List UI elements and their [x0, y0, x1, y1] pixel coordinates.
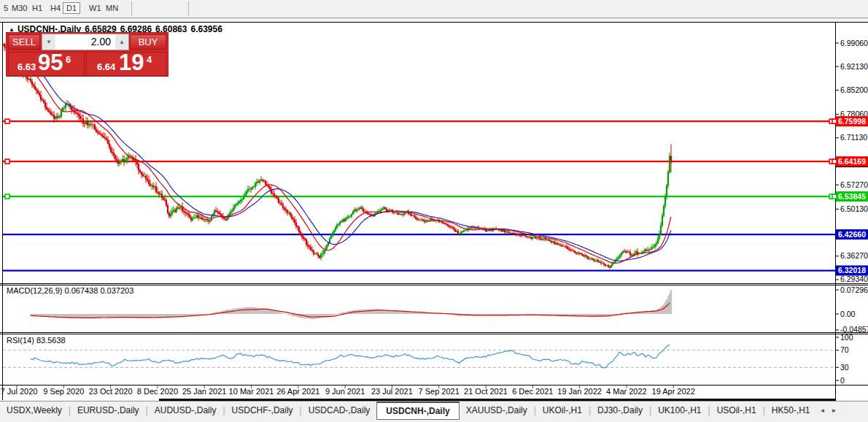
trading-app-window: 5M30H1H4D1W1MN 6.990606.921306.852006.78… [0, 0, 868, 422]
tab-scroll-right-icon[interactable]: ► [828, 402, 840, 420]
toolbar-separator [131, 1, 132, 15]
svg-text:6.75998: 6.75998 [838, 117, 866, 126]
svg-text:23 Oct 2020: 23 Oct 2020 [89, 387, 133, 396]
svg-text:70: 70 [840, 345, 849, 354]
tab-ukoil-h1[interactable]: UKOil-,H1 [536, 402, 589, 418]
svg-text:30: 30 [840, 363, 849, 372]
svg-text:0: 0 [840, 376, 845, 385]
tf-button-h1[interactable]: H1 [30, 2, 44, 14]
buy-price-big: 19 [119, 50, 144, 76]
svg-text:27 Jul 2020: 27 Jul 2020 [0, 387, 37, 396]
svg-text:26 Apr 2021: 26 Apr 2021 [276, 387, 319, 396]
tab-uk100-h1[interactable]: UK100-,H1 [651, 402, 708, 418]
svg-text:23 Jul 2021: 23 Jul 2021 [371, 387, 413, 396]
svg-text:21 Oct 2021: 21 Oct 2021 [464, 387, 508, 396]
tab-scroll-left-icon[interactable]: ◄ [816, 402, 828, 420]
tf-button-mn[interactable]: MN [104, 2, 120, 14]
buy-price-pip: 4 [147, 54, 152, 65]
toolbar-separator [188, 1, 189, 15]
svg-text:7 Sep 2021: 7 Sep 2021 [419, 387, 460, 396]
volume-increase-icon[interactable]: ▲ [115, 34, 128, 50]
tf-button-d1[interactable]: D1 [63, 2, 80, 14]
rsi-label: RSI(14) 83.5638 [7, 336, 66, 345]
svg-text:100: 100 [840, 333, 853, 342]
svg-text:25 Jan 2021: 25 Jan 2021 [182, 387, 227, 396]
tf-button-h4[interactable]: H4 [48, 2, 63, 14]
sell-price-display[interactable]: 6.63 95 6 [8, 52, 85, 76]
tab-usdx-weekly[interactable]: USDX,Weekly [0, 402, 69, 418]
tab-hk50-h1[interactable]: HK50-,H1 [765, 402, 817, 418]
svg-text:6.92130: 6.92130 [840, 62, 868, 71]
svg-text:9 Sep 2020: 9 Sep 2020 [43, 387, 84, 396]
buy-price-display[interactable]: 6.64 19 4 [86, 52, 166, 76]
tab-usdcnh-daily[interactable]: USDCNH-,Daily [376, 402, 459, 420]
svg-text:8 Dec 2020: 8 Dec 2020 [137, 387, 178, 396]
volume-value[interactable]: 2.00 [55, 34, 115, 50]
tab-usoil-h1[interactable]: USOil-,H1 [710, 402, 763, 418]
macd-label: MACD(12,26,9) 0.067438 0.037203 [7, 286, 133, 295]
svg-text:6.57270: 6.57270 [840, 180, 868, 189]
svg-text:6.36270: 6.36270 [840, 251, 868, 260]
sell-price-pip: 6 [66, 54, 71, 65]
tab-usdchf-daily[interactable]: USDCHF-,Daily [225, 402, 300, 418]
sell-button[interactable]: SELL [8, 34, 40, 50]
tf-button-m30[interactable]: M30 [9, 2, 29, 14]
svg-text:19 Jan 2022: 19 Jan 2022 [557, 387, 602, 396]
sell-price-prefix: 6.63 [18, 61, 36, 72]
chart-stage: 6.990606.921306.852006.780606.711306.572… [0, 18, 868, 401]
timeframe-toolbar: 5M30H1H4D1W1MN [0, 0, 868, 18]
svg-text:9 Jun 2021: 9 Jun 2021 [325, 387, 365, 396]
one-click-trade-panel: SELL ▼ 2.00 ▲ BUY 6.63 95 6 6.64 19 4 [6, 32, 168, 77]
date-axis: 27 Jul 20209 Sep 202023 Oct 20208 Dec 20… [0, 385, 695, 396]
svg-text:6.29340: 6.29340 [840, 275, 868, 283]
svg-text:6.50130: 6.50130 [840, 204, 868, 213]
sell-price-big: 95 [38, 50, 63, 76]
svg-text:6.42660: 6.42660 [838, 230, 866, 239]
line-handle[interactable] [5, 119, 9, 123]
tab-xauusd-daily[interactable]: XAUUSD-,Daily [460, 402, 534, 418]
symbol-tab-bar: USDX,Weekly|EURUSD-,Daily|AUDUSD-,Daily|… [0, 401, 868, 422]
svg-text:10 Mar 2021: 10 Mar 2021 [229, 387, 274, 396]
tab-dj30-daily[interactable]: DJ30-,Daily [591, 402, 649, 418]
svg-text:6.85200: 6.85200 [840, 85, 868, 94]
tf-button-w1[interactable]: W1 [87, 2, 104, 14]
svg-text:0.00: 0.00 [840, 310, 856, 318]
volume-decrease-icon[interactable]: ▼ [42, 34, 55, 50]
volume-stepper[interactable]: ▼ 2.00 ▲ [42, 34, 129, 50]
trade-panel-top-row: SELL ▼ 2.00 ▲ BUY [7, 33, 168, 50]
svg-text:6.53845: 6.53845 [838, 192, 866, 201]
ohlc-close: 6.63956 [190, 24, 222, 34]
svg-text:6.32018: 6.32018 [838, 266, 866, 275]
svg-text:0.072963: 0.072963 [840, 285, 868, 294]
tab-usdcad-daily[interactable]: USDCAD-,Daily [302, 402, 377, 418]
buy-price-prefix: 6.64 [97, 61, 115, 72]
line-handle[interactable] [5, 194, 9, 199]
tab-eurusd-daily[interactable]: EURUSD-,Daily [71, 402, 146, 418]
svg-text:6 Dec 2021: 6 Dec 2021 [512, 387, 553, 396]
svg-text:4 Mar 2022: 4 Mar 2022 [606, 387, 647, 396]
line-handle[interactable] [5, 159, 9, 164]
buy-button[interactable]: BUY [130, 34, 166, 50]
svg-text:6.99060: 6.99060 [840, 39, 868, 47]
svg-text:19 Apr 2022: 19 Apr 2022 [652, 387, 695, 396]
tab-audusd-daily[interactable]: AUDUSD-,Daily [148, 402, 223, 418]
svg-text:6.71130: 6.71130 [840, 133, 867, 142]
svg-text:6.64169: 6.64169 [838, 157, 866, 166]
